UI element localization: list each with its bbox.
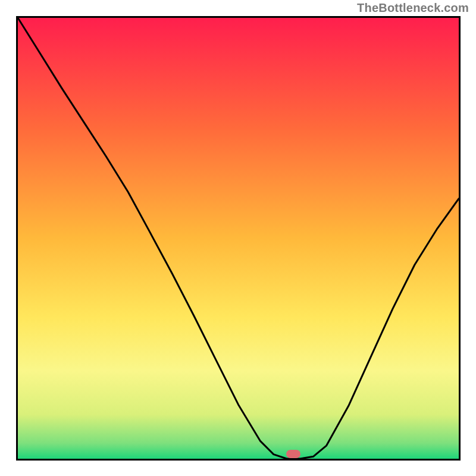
plot-frame — [16, 16, 461, 461]
curve-layer — [18, 18, 459, 459]
bottleneck-curve — [18, 18, 459, 459]
plot-inner — [18, 18, 459, 459]
minimum-marker — [286, 450, 300, 458]
watermark-text: TheBottleneck.com — [357, 1, 469, 15]
